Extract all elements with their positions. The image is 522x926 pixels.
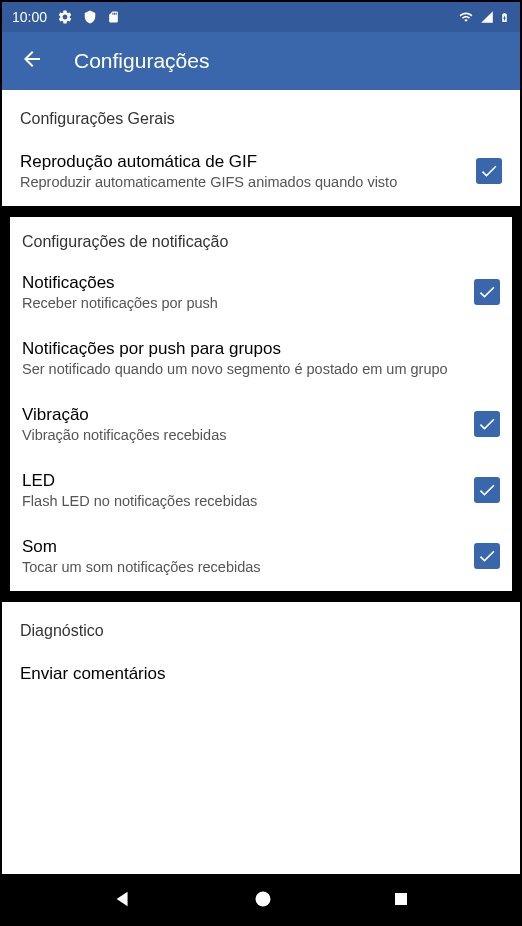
section-header-diagnostic: Diagnóstico: [2, 602, 520, 652]
setting-title: Reprodução automática de GIF: [20, 152, 466, 172]
app-bar: Configurações: [2, 32, 520, 90]
checkbox-checked-icon[interactable]: [474, 279, 500, 305]
setting-subtitle: Receber notificações por push: [22, 295, 464, 311]
setting-subtitle: Ser notificado quando um novo segmento é…: [22, 361, 490, 377]
status-time: 10:00: [12, 9, 47, 25]
shield-icon: [83, 9, 97, 25]
wifi-icon: [457, 10, 475, 24]
nav-back-icon[interactable]: [112, 888, 134, 910]
setting-title: Notificações por push para grupos: [22, 339, 490, 359]
nav-home-icon[interactable]: [253, 889, 273, 909]
setting-subtitle: Flash LED no notificações recebidas: [22, 493, 464, 509]
notification-section-highlighted: Configurações de notificação Notificaçõe…: [2, 206, 520, 602]
svg-point-0: [255, 892, 270, 907]
setting-gif-autoplay[interactable]: Reprodução automática de GIF Reproduzir …: [2, 140, 520, 206]
setting-subtitle: Vibração notificações recebidas: [22, 427, 464, 443]
setting-notifications[interactable]: Notificações Receber notificações por pu…: [10, 261, 512, 327]
settings-content: Configurações Gerais Reprodução automáti…: [2, 90, 520, 874]
setting-subtitle: Tocar um som notificações recebidas: [22, 559, 464, 575]
setting-title: LED: [22, 471, 464, 491]
gear-icon: [57, 9, 73, 25]
nav-recent-icon[interactable]: [392, 890, 410, 908]
setting-subtitle: Reproduzir automaticamente GIFS animados…: [20, 174, 466, 190]
setting-push-groups[interactable]: Notificações por push para grupos Ser no…: [10, 327, 512, 393]
page-title: Configurações: [74, 49, 209, 73]
battery-charging-icon: [499, 9, 510, 26]
section-header-notification: Configurações de notificação: [10, 217, 512, 261]
setting-sound[interactable]: Som Tocar um som notificações recebidas: [10, 525, 512, 591]
navigation-bar: [2, 874, 520, 924]
signal-icon: [479, 10, 495, 24]
setting-title: Vibração: [22, 405, 464, 425]
setting-send-feedback[interactable]: Enviar comentários: [2, 652, 520, 702]
svg-rect-1: [395, 893, 407, 905]
checkbox-checked-icon[interactable]: [474, 411, 500, 437]
setting-led[interactable]: LED Flash LED no notificações recebidas: [10, 459, 512, 525]
sd-card-icon: [107, 9, 120, 25]
setting-vibration[interactable]: Vibração Vibração notificações recebidas: [10, 393, 512, 459]
status-bar: 10:00: [2, 2, 520, 32]
section-header-general: Configurações Gerais: [2, 90, 520, 140]
back-arrow-icon[interactable]: [20, 47, 44, 75]
checkbox-checked-icon[interactable]: [476, 158, 502, 184]
setting-title: Notificações: [22, 273, 464, 293]
setting-title: Som: [22, 537, 464, 557]
checkbox-checked-icon[interactable]: [474, 477, 500, 503]
checkbox-checked-icon[interactable]: [474, 543, 500, 569]
setting-title: Enviar comentários: [20, 664, 492, 684]
